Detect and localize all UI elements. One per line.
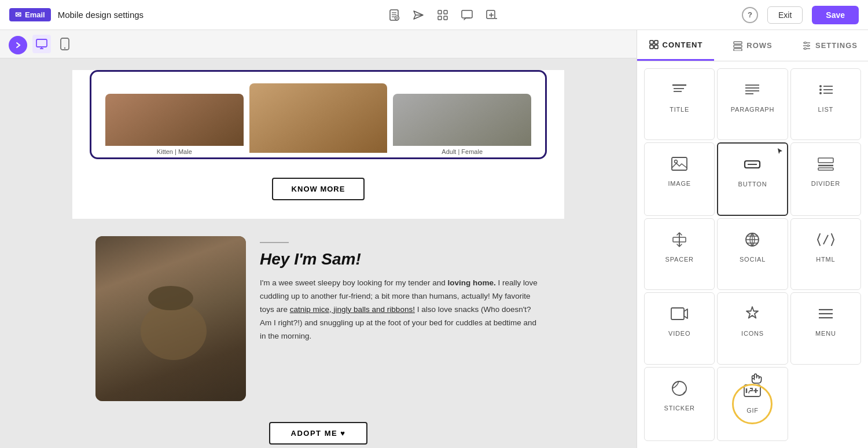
panel-tabs: CONTENT ROWS SETTINGS (637, 30, 868, 61)
send-icon[interactable] (411, 8, 425, 22)
main-layout: Kitten | Male Adult | Female KNOW (0, 30, 868, 448)
content-item-gif[interactable]: GIF (717, 367, 788, 441)
social-icon (741, 228, 764, 251)
content-item-paragraph[interactable]: PARAGRAPH (717, 68, 788, 140)
svg-rect-33 (804, 47, 806, 49)
content-item-sticker[interactable]: STICKER (644, 367, 715, 441)
email-badge[interactable]: ✉ Email (9, 8, 51, 21)
svg-rect-10 (438, 16, 442, 20)
list-label: LIST (818, 106, 833, 113)
svg-rect-32 (807, 45, 809, 46)
content-item-html[interactable]: HTML (790, 218, 861, 290)
hand-cursor-icon (750, 372, 763, 385)
topbar: ✉ Email Mobile design settings (0, 0, 868, 30)
title-label: TITLE (670, 106, 689, 113)
gif-label: GIF (746, 407, 759, 414)
svg-rect-16 (36, 39, 47, 47)
know-more-button[interactable]: KNOW MORE (272, 178, 365, 200)
cat-card-1: Kitten | Male (105, 94, 244, 157)
svg-rect-26 (734, 45, 742, 47)
content-item-image[interactable]: IMAGE (644, 142, 715, 215)
content-item-spacer[interactable]: SPACER (644, 218, 715, 290)
spacer-label: SPACER (665, 256, 694, 263)
sam-image (95, 236, 246, 401)
sam-divider (260, 242, 289, 243)
content-item-menu[interactable]: MENU (790, 292, 861, 364)
svg-rect-11 (444, 16, 447, 20)
add-block-icon[interactable] (484, 8, 498, 22)
svg-point-48 (675, 160, 678, 163)
sam-toys-link[interactable]: catnip mice, jingly balls and ribbons! (290, 305, 415, 314)
canvas-area: Kitten | Male Adult | Female KNOW (0, 30, 637, 448)
image-icon (668, 152, 691, 175)
tab-rows[interactable]: ROWS (714, 30, 791, 61)
right-panel: CONTENT ROWS SETTINGS TITLE (637, 30, 868, 448)
exit-button[interactable]: Exit (767, 6, 803, 24)
svg-rect-12 (462, 10, 472, 18)
menu-icon (814, 302, 837, 325)
panel-expand-button[interactable] (9, 36, 27, 54)
sam-content: Hey I'm Sam! I'm a wee sweet sleepy boy … (260, 236, 541, 343)
sticker-label: STICKER (664, 405, 695, 412)
svg-rect-22 (654, 41, 658, 44)
svg-point-41 (819, 85, 822, 87)
svg-line-57 (823, 235, 828, 244)
button-label: BUTTON (738, 181, 767, 188)
grid-icon[interactable] (436, 8, 450, 22)
paragraph-label: PARAGRAPH (731, 106, 774, 113)
save-button[interactable]: Save (812, 6, 859, 24)
tab-content[interactable]: CONTENT (637, 30, 714, 61)
content-item-title[interactable]: TITLE (644, 68, 715, 140)
tab-settings[interactable]: SETTINGS (791, 30, 868, 61)
svg-rect-9 (444, 10, 447, 14)
svg-rect-47 (672, 157, 687, 170)
spacer-icon (668, 228, 691, 251)
svg-rect-21 (650, 41, 653, 44)
tab-content-label: CONTENT (663, 41, 703, 49)
svg-point-45 (819, 92, 822, 94)
content-item-divider[interactable]: DIVIDER (790, 142, 861, 215)
content-item-button[interactable]: BUTTON (717, 142, 788, 215)
video-icon (668, 302, 691, 325)
svg-rect-27 (734, 49, 742, 51)
image-label: IMAGE (668, 180, 690, 187)
svg-rect-31 (804, 42, 806, 43)
content-item-video[interactable]: VIDEO (644, 292, 715, 364)
sam-section: Hey I'm Sam! I'm a wee sweet sleepy boy … (72, 219, 564, 448)
svg-rect-58 (671, 308, 684, 320)
paragraph-icon (741, 78, 764, 101)
content-item-social[interactable]: SOCIAL (717, 218, 788, 290)
svg-rect-53 (818, 168, 833, 170)
mobile-view-button[interactable] (56, 35, 74, 53)
tab-settings-label: SETTINGS (815, 41, 858, 50)
content-item-list[interactable]: LIST (790, 68, 861, 140)
html-icon (814, 228, 837, 251)
content-item-icons[interactable]: ICONS (717, 292, 788, 364)
email-preview: Kitten | Male Adult | Female KNOW (72, 70, 564, 448)
topbar-right: ? Exit Save (742, 6, 859, 24)
svg-point-20 (64, 47, 65, 49)
help-button[interactable]: ? (742, 7, 758, 23)
cat-2-label (249, 153, 388, 157)
cat-card-3: Adult | Female (393, 94, 531, 157)
svg-rect-25 (734, 42, 742, 44)
desktop-view-button[interactable] (32, 35, 51, 53)
email-badge-label: Email (25, 10, 45, 19)
adopt-me-button[interactable]: ADOPT ME ♥ (269, 422, 368, 445)
cat-card-2 (249, 83, 388, 157)
sam-name: Hey I'm Sam! (260, 250, 541, 269)
svg-rect-24 (654, 45, 658, 49)
cat-3-label: Adult | Female (393, 146, 531, 157)
video-label: VIDEO (668, 330, 690, 337)
svg-point-43 (819, 89, 822, 91)
sam-description: I'm a wee sweet sleepy boy looking for m… (260, 277, 541, 343)
divider-icon (814, 152, 837, 175)
svg-rect-51 (818, 158, 833, 163)
doc-icon[interactable] (387, 8, 401, 22)
tab-rows-label: ROWS (746, 41, 772, 50)
content-grid: TITLE PARAGRAPH LIST IM (637, 61, 868, 448)
page-title: Mobile design settings (58, 10, 144, 20)
chat-icon[interactable] (460, 8, 474, 22)
menu-label: MENU (815, 330, 836, 337)
topbar-icons (387, 8, 498, 22)
